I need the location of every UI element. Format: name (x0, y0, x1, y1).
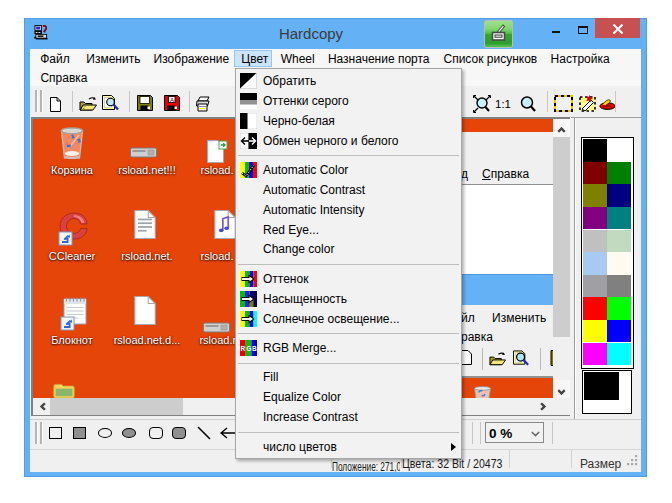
svg-text:G: G (246, 345, 251, 352)
svg-text:R: R (241, 345, 246, 352)
svg-text:B: B (252, 345, 257, 352)
svg-text:A: A (170, 97, 174, 103)
